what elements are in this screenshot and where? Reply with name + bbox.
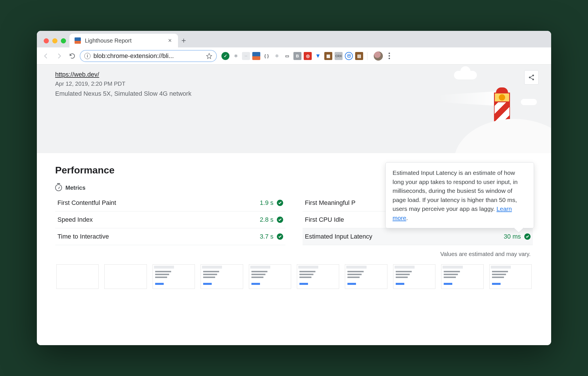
new-tab-button[interactable]: + [178, 35, 189, 46]
extensions-row: ✓ ⚛ ◦◦◦ { } ❄ ▭ B ◎ ▼ ▦ CRX ⦿ ▤ [221, 50, 548, 61]
filmstrip-frame[interactable] [153, 264, 195, 289]
profile-avatar[interactable] [374, 51, 383, 61]
estimate-note: Values are estimated and may vary. [55, 251, 531, 257]
extension-icon[interactable]: ▦ [324, 52, 332, 60]
pass-check-icon [277, 200, 283, 206]
lighthouse-favicon-icon [75, 37, 81, 44]
close-window-button[interactable] [44, 38, 49, 43]
divider [367, 52, 367, 60]
extension-icon[interactable]: ❄ [273, 52, 281, 60]
metric-value: 1.9 s [260, 199, 273, 207]
extension-icon[interactable]: ◦◦◦ [242, 52, 250, 60]
filmstrip-frame[interactable] [393, 264, 435, 289]
pass-check-icon [524, 233, 531, 240]
chrome-menu-button[interactable] [385, 50, 393, 61]
forward-button[interactable] [53, 50, 65, 62]
filmstrip-frame[interactable] [249, 264, 291, 289]
pass-check-icon [277, 233, 283, 240]
filmstrip-frame[interactable] [104, 264, 147, 289]
back-button[interactable] [40, 50, 52, 62]
metric-tooltip: Estimated Input Latency is an estimate o… [385, 162, 534, 228]
hill-decoration [454, 119, 551, 153]
metric-row-estimated-input-latency[interactable]: Estimated Input Latency 30 ms [303, 228, 533, 245]
filmstrip-frame[interactable] [297, 264, 339, 289]
extension-icon[interactable]: ▼ [314, 52, 322, 60]
url-text: blob:chrome-extension://bli... [93, 52, 203, 60]
filmstrip-frame[interactable] [345, 264, 387, 289]
address-bar[interactable]: i blob:chrome-extension://bli... [80, 50, 217, 62]
filmstrip-frame[interactable] [56, 264, 99, 289]
report-date: Apr 12, 2019, 2:20 PM PDT [55, 81, 533, 87]
share-button[interactable] [524, 70, 539, 85]
cloud-decoration-icon [454, 71, 477, 79]
pass-check-icon [277, 217, 283, 223]
metric-value: 30 ms [504, 233, 521, 240]
toolbar: i blob:chrome-extension://bli... ✓ ⚛ ◦◦◦… [37, 47, 551, 65]
site-info-icon[interactable]: i [84, 53, 91, 59]
arrow-left-icon [43, 53, 49, 59]
extension-icon[interactable]: ◎ [304, 52, 312, 60]
share-icon [528, 74, 535, 81]
filmstrip-frame[interactable] [441, 264, 483, 289]
extension-icon[interactable]: ✓ [221, 52, 229, 60]
filmstrip-frame[interactable] [201, 264, 243, 289]
maximize-window-button[interactable] [61, 38, 66, 43]
extension-icon[interactable]: ⦿ [345, 52, 353, 60]
minimize-window-button[interactable] [52, 38, 57, 43]
page-content: https://web.dev/ Apr 12, 2019, 2:20 PM P… [37, 65, 551, 345]
tab-bar: Lighthouse Report × + [37, 31, 551, 47]
metric-name: Time to Interactive [57, 233, 260, 240]
tab-title: Lighthouse Report [85, 37, 163, 44]
metric-value: 2.8 s [260, 216, 273, 223]
metric-row[interactable]: Speed Index 2.8 s [55, 211, 285, 228]
metric-row[interactable]: First Contentful Paint 1.9 s [55, 195, 285, 211]
bookmark-star-icon[interactable] [206, 53, 212, 59]
extension-icon[interactable]: ▭ [283, 52, 291, 60]
extension-icon[interactable]: B [293, 52, 301, 60]
filmstrip [55, 264, 533, 289]
metric-value: 3.7 s [260, 233, 273, 240]
extension-icon[interactable]: CRX [335, 52, 343, 60]
stopwatch-icon [55, 184, 62, 191]
metric-row[interactable]: Time to Interactive 3.7 s [55, 228, 285, 245]
browser-window: Lighthouse Report × + i blob:chrome-exte… [37, 31, 551, 345]
lighthouse-extension-icon[interactable] [252, 52, 260, 60]
metric-name: First Contentful Paint [57, 199, 260, 207]
reload-button[interactable] [67, 50, 78, 62]
arrow-right-icon [56, 53, 63, 59]
metrics-label: Metrics [65, 185, 85, 191]
performance-section: Performance Estimated Input Latency is a… [37, 153, 551, 289]
extension-icon[interactable]: ⚛ [232, 52, 240, 60]
window-controls [41, 38, 69, 47]
report-header: https://web.dev/ Apr 12, 2019, 2:20 PM P… [37, 65, 551, 153]
extension-icon[interactable]: { } [263, 52, 271, 60]
reload-icon [69, 53, 76, 59]
report-url-link[interactable]: https://web.dev/ [55, 71, 99, 78]
close-tab-button[interactable]: × [167, 36, 173, 45]
filmstrip-frame[interactable] [489, 264, 532, 289]
extension-icon[interactable]: ▤ [355, 52, 363, 60]
browser-tab[interactable]: Lighthouse Report × [69, 34, 178, 47]
metric-name: Estimated Input Latency [305, 233, 504, 240]
cloud-decoration-icon [521, 99, 537, 105]
metric-name: Speed Index [57, 216, 260, 223]
